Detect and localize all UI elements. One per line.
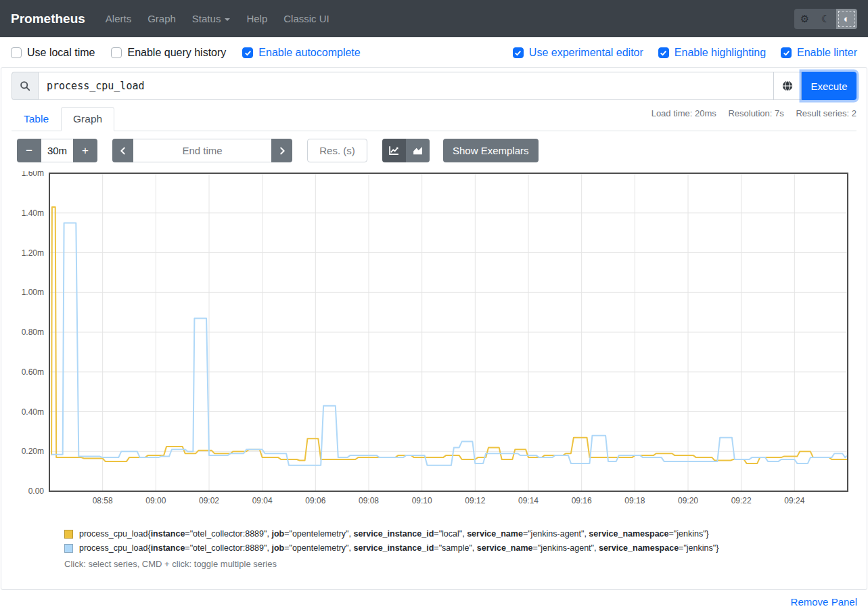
checkbox-checked-icon [242, 47, 253, 58]
show-exemplars-button[interactable]: Show Exemplars [443, 139, 539, 162]
metrics-explorer-button[interactable] [774, 72, 802, 100]
setting-enable-linter[interactable]: Enable linter [781, 47, 857, 59]
legend-swatch [64, 544, 73, 553]
x-tick-label: 09:10 [412, 496, 432, 505]
x-tick-label: 09:08 [359, 496, 379, 505]
x-tick-label: 09:24 [784, 496, 804, 505]
x-tick-label: 09:12 [465, 496, 485, 505]
setting-label: Use local time [27, 47, 95, 59]
moon-icon: ☾ [821, 13, 830, 25]
query-panel: Execute Load time: 20ms Resolution: 7s R… [1, 67, 867, 590]
setting-enable-autocomplete[interactable]: Enable autocomplete [242, 47, 360, 59]
setting-label: Enable linter [797, 47, 857, 59]
decrease-duration-button[interactable]: − [17, 139, 41, 162]
y-tick-label: 0.20m [22, 447, 44, 456]
line-chart-icon [388, 145, 400, 156]
forward-time-button[interactable] [271, 139, 292, 162]
nav-item-classic-ui[interactable]: Classic UI [275, 7, 338, 30]
theme-light-button[interactable]: ⚙ [794, 9, 815, 29]
settings-right-group: Use experimental editorEnable highlighti… [498, 47, 857, 59]
setting-label: Enable query history [127, 47, 226, 59]
nav-item-help[interactable]: Help [238, 7, 275, 30]
brand-prometheus[interactable]: Prometheus [11, 12, 85, 26]
x-tick-label: 09:22 [731, 496, 752, 505]
setting-use-local-time[interactable]: Use local time [11, 47, 95, 59]
y-tick-label: 0.40m [22, 407, 44, 417]
legend-item[interactable]: process_cpu_load{instance="otel_collecto… [64, 527, 856, 541]
increase-duration-button[interactable]: + [73, 139, 97, 162]
legend-text: process_cpu_load{instance="otel_collecto… [79, 527, 709, 541]
y-tick-label: 1.40m [22, 208, 44, 218]
stacked-chart-button[interactable] [406, 139, 430, 162]
query-input-group: Execute [12, 72, 856, 100]
navbar-links: AlertsGraphStatusHelpClassic UI [97, 7, 338, 30]
legend-swatch [64, 530, 73, 539]
x-tick-label: 09:16 [572, 496, 592, 505]
end-time-input[interactable] [133, 139, 271, 162]
graph-controls: − + [17, 139, 856, 162]
y-tick-label: 1.60m [22, 171, 44, 178]
x-tick-label: 08:58 [93, 496, 113, 505]
x-tick-label: 09:02 [199, 496, 219, 505]
setting-enable-query-history[interactable]: Enable query history [111, 47, 226, 59]
checkbox-unchecked-icon [111, 47, 122, 58]
panel-footer: Remove Panel [0, 590, 868, 613]
search-icon [20, 81, 30, 91]
expression-input[interactable] [39, 72, 774, 100]
graph-canvas[interactable]: 0.000.20m0.40m0.60m0.80m1.00m1.20m1.40m1… [12, 171, 856, 511]
theme-auto-button[interactable]: ◐ [836, 9, 857, 29]
caret-down-icon [225, 18, 230, 21]
legend-hint: Click: select series, CMD + click: toggl… [64, 559, 856, 569]
settings-row: Use local timeEnable query historyEnable… [0, 37, 868, 67]
nav-item-graph[interactable]: Graph [139, 7, 184, 30]
series-line-local [51, 207, 848, 463]
circle-half-icon: ◐ [844, 13, 850, 24]
theme-toggle-group: ⚙☾◐ [794, 9, 857, 29]
nav-item-status[interactable]: Status [184, 7, 239, 30]
search-icon-box [12, 72, 39, 100]
time-navigation [112, 139, 292, 162]
load-time: Load time: 20ms [652, 108, 716, 118]
x-tick-label: 09:00 [145, 496, 166, 505]
execute-button[interactable]: Execute [802, 72, 856, 100]
back-time-button[interactable] [112, 139, 133, 162]
resolution-input[interactable] [307, 139, 367, 162]
graph-svg: 0.000.20m0.40m0.60m0.80m1.00m1.20m1.40m1… [12, 171, 851, 508]
gear-icon: ⚙ [800, 13, 809, 25]
line-chart-button[interactable] [382, 139, 406, 162]
x-tick-label: 09:20 [678, 496, 698, 505]
checkbox-checked-icon [781, 47, 792, 58]
setting-label: Use experimental editor [529, 47, 643, 59]
setting-label: Enable autocomplete [258, 47, 360, 59]
setting-enable-highlighting[interactable]: Enable highlighting [658, 47, 766, 59]
y-tick-label: 1.20m [22, 248, 44, 258]
tab-table[interactable]: Table [12, 107, 61, 131]
graph-section: − + [12, 131, 856, 589]
settings-left-group: Use local timeEnable query historyEnable… [11, 47, 377, 59]
y-tick-label: 0.80m [22, 327, 44, 337]
duration-input[interactable] [41, 139, 73, 162]
checkbox-unchecked-icon [11, 47, 22, 58]
legend-item[interactable]: process_cpu_load{instance="otel_collecto… [64, 541, 856, 555]
stacked-chart-icon [412, 145, 424, 156]
nav-item-alerts[interactable]: Alerts [97, 7, 139, 30]
x-tick-label: 09:18 [624, 496, 645, 505]
legend-text: process_cpu_load{instance="otel_collecto… [79, 541, 718, 555]
chart-type-toggle [382, 139, 430, 162]
series-line-sample [51, 223, 848, 465]
tab-graph[interactable]: Graph [61, 107, 114, 131]
theme-dark-button[interactable]: ☾ [815, 9, 836, 29]
navbar: Prometheus AlertsGraphStatusHelpClassic … [0, 0, 868, 37]
x-tick-label: 09:06 [305, 496, 325, 505]
setting-use-experimental-editor[interactable]: Use experimental editor [513, 47, 643, 59]
y-tick-label: 1.00m [22, 288, 44, 297]
x-tick-label: 09:14 [518, 496, 539, 505]
chevron-left-icon [118, 146, 128, 156]
resolution: Resolution: 7s [728, 108, 783, 118]
remove-panel-link[interactable]: Remove Panel [791, 596, 857, 608]
tabbar: Load time: 20ms Resolution: 7s Result se… [12, 107, 856, 131]
legend: process_cpu_load{instance="otel_collecto… [64, 527, 856, 555]
x-tick-label: 09:04 [252, 496, 273, 505]
setting-label: Enable highlighting [675, 47, 766, 59]
checkbox-checked-icon [513, 47, 524, 58]
